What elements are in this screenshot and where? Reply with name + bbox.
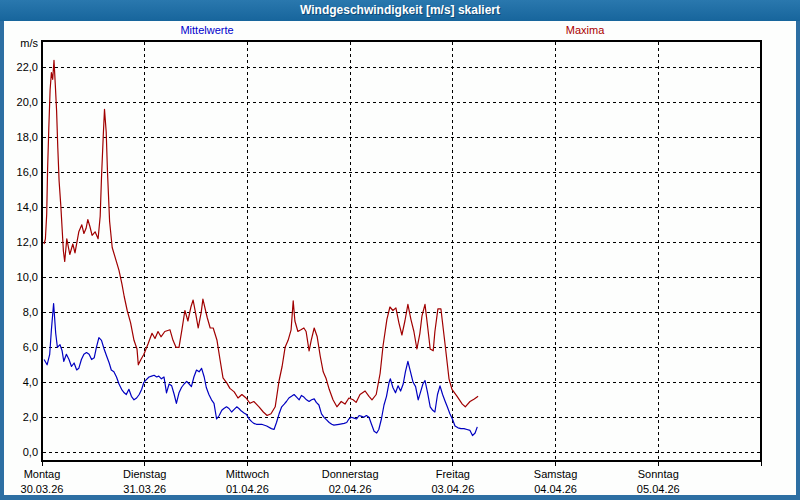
day-name-label: Sonntag <box>638 468 679 480</box>
y-tick-label: 14,0 <box>17 201 38 213</box>
day-date-label: 05.04.26 <box>637 483 680 495</box>
day-name-label: Dienstag <box>123 468 166 480</box>
day-name-label: Montag <box>24 468 61 480</box>
y-tick-label: 18,0 <box>17 131 38 143</box>
y-tick-label: 10,0 <box>17 271 38 283</box>
app-window: Windgeschwindigkeit [m/s] skaliert Mitte… <box>0 0 800 500</box>
day-date-label: 03.04.26 <box>431 483 474 495</box>
y-tick-label: 8,0 <box>23 306 38 318</box>
y-tick-label: 2,0 <box>23 411 38 423</box>
day-date-label: 01.04.26 <box>226 483 269 495</box>
day-date-label: 04.04.26 <box>534 483 577 495</box>
y-tick-label: 6,0 <box>23 341 38 353</box>
day-date-label: 31.03.26 <box>123 483 166 495</box>
day-date-label: 02.04.26 <box>329 483 372 495</box>
y-tick-label: 22,0 <box>17 61 38 73</box>
day-name-label: Samstag <box>534 468 577 480</box>
wind-speed-chart: 0,02,04,06,08,010,012,014,016,018,020,02… <box>0 0 800 500</box>
day-name-label: Mittwoch <box>226 468 269 480</box>
plot-border <box>42 41 761 461</box>
y-tick-label: 20,0 <box>17 96 38 108</box>
y-tick-label: 0,0 <box>23 446 38 458</box>
y-axis-unit: m/s <box>20 37 38 49</box>
day-name-label: Freitag <box>436 468 470 480</box>
y-tick-label: 16,0 <box>17 166 38 178</box>
y-tick-label: 12,0 <box>17 236 38 248</box>
day-name-label: Donnerstag <box>322 468 379 480</box>
day-date-label: 30.03.26 <box>21 483 64 495</box>
y-tick-label: 4,0 <box>23 376 38 388</box>
